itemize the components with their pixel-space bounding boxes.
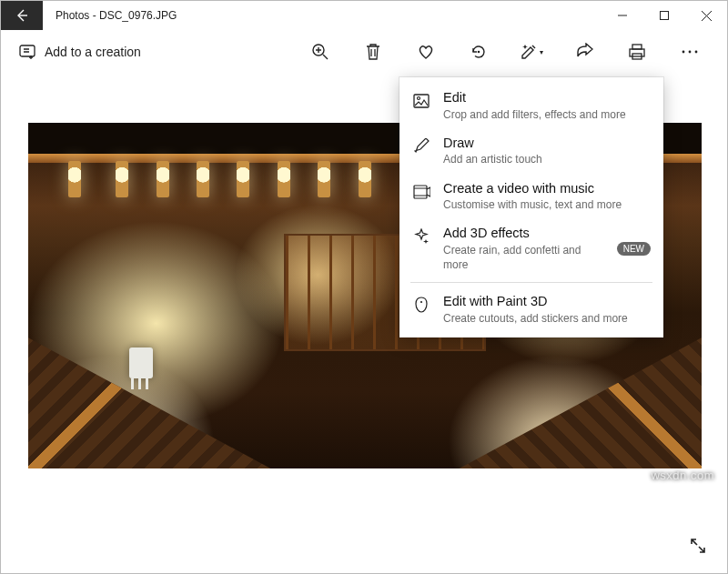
- svg-point-9: [695, 51, 698, 54]
- zoom-icon: [311, 43, 329, 61]
- edit-menu: Edit Crop and add filters, effects and m…: [399, 77, 663, 337]
- maximize-button[interactable]: [643, 1, 685, 30]
- more-button[interactable]: [663, 30, 716, 74]
- print-button[interactable]: [611, 30, 663, 74]
- svg-rect-10: [414, 95, 429, 107]
- creation-icon: [19, 44, 35, 60]
- window-controls: [602, 1, 727, 30]
- svg-rect-0: [661, 12, 669, 20]
- svg-rect-1: [20, 45, 35, 56]
- menu-sub: Create rain, add confetti and more: [443, 243, 601, 272]
- svg-rect-4: [632, 45, 642, 49]
- edit-dropdown-button[interactable]: ▾: [505, 30, 558, 74]
- toolbar: Add to a creation ▾: [1, 30, 727, 74]
- back-button[interactable]: [1, 1, 43, 30]
- rotate-button[interactable]: [452, 30, 505, 74]
- ellipsis-icon: [682, 50, 698, 54]
- paint3d-icon: [412, 296, 430, 314]
- trash-icon: [365, 43, 381, 61]
- print-icon: [628, 43, 646, 61]
- close-icon: [702, 11, 712, 21]
- menu-item-3d-effects[interactable]: Add 3D effects Create rain, add confetti…: [399, 218, 663, 278]
- minimize-button[interactable]: [602, 1, 643, 30]
- pen-icon: [412, 137, 430, 156]
- close-button[interactable]: [685, 1, 727, 30]
- svg-point-7: [682, 51, 685, 54]
- menu-item-edit[interactable]: Edit Crop and add filters, effects and m…: [399, 83, 663, 128]
- add-to-creation-label: Add to a creation: [45, 45, 141, 59]
- menu-sub: Crop and add filters, effects and more: [443, 107, 651, 122]
- menu-item-video[interactable]: Create a video with music Customise with…: [399, 174, 663, 219]
- menu-title: Create a video with music: [443, 180, 651, 198]
- menu-title: Edit with Paint 3D: [443, 293, 651, 311]
- svg-point-8: [689, 51, 692, 54]
- share-button[interactable]: [558, 30, 611, 74]
- picture-icon: [412, 92, 430, 110]
- rotate-icon: [470, 43, 488, 61]
- chevron-down-icon: ▾: [540, 48, 543, 56]
- share-icon: [575, 43, 593, 61]
- menu-sub: Customise with music, text and more: [443, 197, 651, 212]
- menu-sub: Add an artistic touch: [443, 152, 651, 166]
- edit-create-icon: [520, 43, 538, 61]
- arrow-left-icon: [15, 8, 29, 23]
- favorite-button[interactable]: [399, 30, 452, 74]
- sparkle-icon: [412, 227, 430, 246]
- menu-item-draw[interactable]: Draw Add an artistic touch: [399, 128, 663, 174]
- menu-sub: Create cutouts, add stickers and more: [443, 311, 651, 326]
- minimize-icon: [618, 11, 627, 20]
- delete-button[interactable]: [347, 30, 399, 74]
- menu-separator: [410, 282, 652, 283]
- svg-rect-12: [414, 186, 427, 198]
- svg-point-3: [478, 51, 480, 54]
- svg-point-13: [420, 301, 422, 303]
- menu-title: Draw: [443, 135, 651, 153]
- titlebar: Photos - DSC_0976.JPG: [1, 1, 727, 30]
- fullscreen-icon: [689, 537, 707, 555]
- add-to-creation-button[interactable]: Add to a creation: [12, 34, 148, 70]
- menu-title: Edit: [443, 89, 651, 107]
- new-badge: NEW: [617, 242, 651, 256]
- heart-icon: [417, 43, 435, 61]
- fullscreen-button[interactable]: [682, 529, 714, 562]
- watermark: wsxdn.com: [651, 468, 714, 482]
- video-music-icon: [412, 183, 430, 201]
- window-title: Photos - DSC_0976.JPG: [56, 9, 177, 22]
- menu-item-paint3d[interactable]: Edit with Paint 3D Create cutouts, add s…: [399, 287, 663, 332]
- menu-title: Add 3D effects: [443, 225, 601, 243]
- svg-point-11: [418, 97, 420, 100]
- maximize-icon: [660, 11, 669, 20]
- zoom-button[interactable]: [294, 30, 347, 74]
